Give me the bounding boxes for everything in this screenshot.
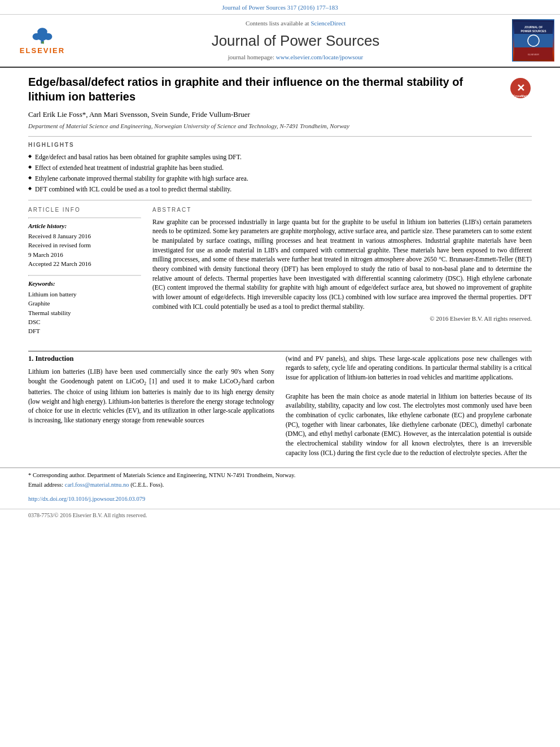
svg-point-4 [37, 28, 47, 36]
doi-link[interactable]: http://dx.doi.org/10.1016/j.jpowsour.201… [28, 495, 532, 504]
highlights-label: HIGHLIGHTS [28, 141, 532, 149]
keywords-divider [28, 275, 141, 276]
elsevier-logo-area: 🌿 ELSEVIER [6, 25, 79, 56]
intro-paragraph-2: (wind and PV panels), and ships. These l… [286, 354, 532, 382]
abstract-column: ABSTRACT Raw graphite can be processed i… [152, 206, 532, 343]
svg-text:CrossMark: CrossMark [513, 94, 528, 98]
footnote-section: * Corresponding author. Department of Ma… [0, 468, 560, 489]
main-content-area: Edge/basal/defect ratios in graphite and… [0, 68, 560, 348]
email-link[interactable]: carl.foss@material.ntnu.no [65, 482, 129, 488]
crossmark-logo: ✕ CrossMark [509, 77, 532, 99]
received-date: Received 8 January 2016 [28, 232, 141, 241]
article-title-text: Edge/basal/defect ratios in graphite and… [28, 75, 509, 104]
highlight-item-3: Ethylene carbonate improved thermal stab… [28, 174, 532, 183]
elsevier-wordmark: ELSEVIER [20, 46, 65, 56]
divider-2 [28, 200, 532, 200]
svg-text:✕: ✕ [517, 82, 525, 94]
highlights-section: HIGHLIGHTS Edge/defect and basal ratios … [28, 141, 532, 194]
body-right-column: (wind and PV panels), and ships. These l… [286, 354, 532, 458]
intro-paragraph-1: Lithium ion batteries (LIB) have been us… [28, 367, 274, 425]
article-info-column: ARTICLE INFO Article history: Received 8… [28, 206, 141, 343]
highlight-item-2: Effect of extended heat treatment of ind… [28, 163, 532, 172]
article-title-block: Edge/basal/defect ratios in graphite and… [28, 75, 532, 104]
svg-text:JOURNAL OF: JOURNAL OF [524, 25, 542, 29]
bottom-bar: 0378-7753/© 2016 Elsevier B.V. All right… [0, 509, 560, 522]
highlight-item-4: DFT combined with ICL could be used as a… [28, 185, 532, 194]
received-revised-label: Received in revised form [28, 241, 141, 250]
journal-header: 🌿 ELSEVIER Contents lists available at S… [0, 15, 560, 67]
authors-line: Carl Erik Lie Foss*, Ann Mari Svensson, … [28, 110, 532, 120]
affiliation-line: Department of Material Science and Engin… [28, 122, 532, 130]
abstract-label: ABSTRACT [152, 206, 532, 214]
journal-homepage-line: journal homepage: www.elsevier.com/locat… [85, 53, 506, 62]
keyword-5: DFT [28, 327, 141, 335]
abstract-text: Raw graphite can be processed industrial… [152, 217, 532, 312]
introduction-heading: 1. Introduction [28, 354, 274, 364]
keyword-4: DSC [28, 318, 141, 326]
keyword-3: Thermal stability [28, 309, 141, 317]
journal-title: Journal of Power Sources [85, 30, 506, 51]
info-divider [28, 217, 141, 219]
history-title: Article history: [28, 222, 141, 230]
journal-header-center: Contents lists available at ScienceDirec… [79, 19, 512, 62]
keywords-section: Keywords: Lithium ion battery Graphite T… [28, 279, 141, 335]
journal-citation: Journal of Power Sources 317 (2016) 177–… [0, 0, 560, 15]
section-divider [28, 351, 532, 352]
journal-cover: JOURNAL OF POWER SOURCES ELSEVIER [512, 19, 554, 62]
abstract-section: ABSTRACT Raw graphite can be processed i… [152, 206, 532, 324]
accepted-date: Accepted 22 March 2016 [28, 260, 141, 268]
keyword-1: Lithium ion battery [28, 290, 141, 299]
article-info-abstract: ARTICLE INFO Article history: Received 8… [28, 206, 532, 343]
article-info-label: ARTICLE INFO [28, 206, 141, 214]
highlight-item-1: Edge/defect and basal ratios has been ob… [28, 152, 532, 161]
article-info-section: ARTICLE INFO Article history: Received 8… [28, 206, 141, 269]
footnote-email: Email address: carl.foss@material.ntnu.n… [28, 481, 532, 490]
elsevier-logo: 🌿 ELSEVIER [11, 25, 73, 56]
elsevier-tree-icon: 🌿 [25, 25, 59, 45]
divider-1 [28, 136, 532, 137]
body-left-column: 1. Introduction Lithium ion batteries (L… [28, 354, 274, 458]
doi-section: http://dx.doi.org/10.1016/j.jpowsour.201… [0, 491, 560, 506]
crossmark-icon: ✕ CrossMark [509, 77, 532, 99]
footnote-corresponding: * Corresponding author. Department of Ma… [28, 471, 532, 480]
copyright-line: © 2016 Elsevier B.V. All rights reserved… [152, 314, 532, 323]
intro-paragraph-3: Graphite has been the main choice as ano… [286, 392, 532, 458]
svg-text:POWER SOURCES: POWER SOURCES [520, 29, 546, 33]
cover-art-icon: JOURNAL OF POWER SOURCES ELSEVIER [514, 21, 553, 60]
journal-cover-image: JOURNAL OF POWER SOURCES ELSEVIER [513, 20, 554, 61]
keyword-2: Graphite [28, 299, 141, 308]
body-section: 1. Introduction Lithium ion batteries (L… [0, 354, 560, 464]
svg-text:ELSEVIER: ELSEVIER [528, 53, 539, 56]
sciencedirect-link[interactable]: ScienceDirect [310, 20, 345, 27]
revised-date: 9 March 2016 [28, 251, 141, 259]
keywords-title: Keywords: [28, 279, 141, 288]
sciencedirect-line: Contents lists available at ScienceDirec… [85, 19, 506, 28]
journal-homepage-link[interactable]: www.elsevier.com/locate/jpowsour [276, 54, 363, 60]
svg-rect-8 [514, 34, 553, 47]
